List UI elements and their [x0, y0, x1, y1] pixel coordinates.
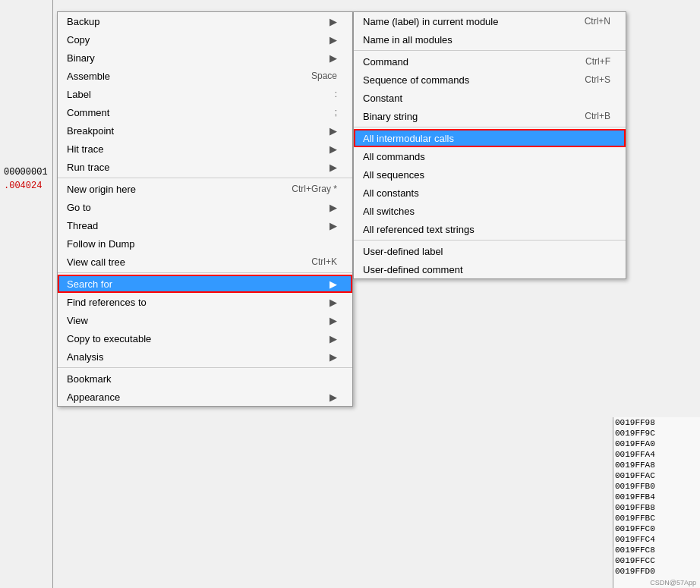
menu-item-label-breakpoint: Breakpoint: [67, 125, 322, 137]
submenu-item-label-all-commands: All commands: [363, 151, 610, 162]
menu-item-run-trace[interactable]: Run trace▶: [58, 158, 352, 176]
submenu-item-shortcut-sequence-of-commands: Ctrl+S: [585, 74, 610, 85]
memory-address-line: 0019FFD0: [613, 566, 700, 577]
submenu-item-command[interactable]: CommandCtrl+F: [354, 52, 626, 71]
submenu-item-label-binary-string: Binary string: [363, 111, 569, 122]
submenu-arrow-icon: ▶: [330, 351, 337, 363]
menu-item-hit-trace[interactable]: Hit trace▶: [58, 140, 352, 158]
menu-item-copy[interactable]: Copy▶: [58, 30, 352, 49]
submenu-item-binary-string[interactable]: Binary stringCtrl+B: [354, 107, 626, 125]
menu-separator: [58, 367, 352, 368]
submenu-arrow-icon: ▶: [330, 162, 337, 173]
menu-item-binary[interactable]: Binary▶: [58, 49, 352, 67]
submenu-arrow-icon: ▶: [330, 220, 337, 231]
submenu-item-label-name-label-current: Name (label) in current module: [363, 16, 569, 27]
memory-address-line: 0019FF9C: [613, 428, 700, 439]
submenu-item-shortcut-binary-string: Ctrl+B: [585, 111, 610, 121]
menu-item-label-analysis: Analysis: [67, 351, 322, 363]
submenu-arrow-icon: ▶: [330, 202, 337, 213]
submenu-item-label-constant: Constant: [363, 93, 610, 104]
memory-panel: 0019FF980019FF9C0019FFA00019FFA40019FFA8…: [613, 417, 700, 588]
menu-item-label-find-references-to: Find references to: [67, 297, 322, 308]
submenu-separator: [354, 127, 626, 127]
menu-item-bookmark[interactable]: Bookmark: [58, 369, 352, 388]
submenu-item-label-command: Command: [363, 56, 570, 68]
submenu-item-all-referenced-text-strings[interactable]: All referenced text strings: [354, 220, 626, 238]
menu-item-label-hit-trace: Hit trace: [67, 143, 322, 155]
submenu-arrow-icon: ▶: [330, 315, 337, 326]
menu-item-shortcut-comment: ;: [335, 107, 337, 118]
menu-item-go-to[interactable]: Go to▶: [58, 198, 352, 216]
menu-item-new-origin-here[interactable]: New origin hereCtrl+Gray *: [58, 180, 352, 198]
submenu-item-label-user-defined-comment: User-defined comment: [363, 264, 610, 275]
submenu-item-all-constants[interactable]: All constants: [354, 184, 626, 202]
menu-item-label[interactable]: Label:: [58, 85, 352, 103]
submenu-arrow-icon: ▶: [330, 143, 337, 155]
submenu-arrow-icon: ▶: [330, 278, 337, 290]
submenu-arrow-icon: ▶: [330, 52, 337, 64]
submenu-arrow-icon: ▶: [330, 34, 337, 46]
menu-item-label-label: Label: [67, 89, 320, 100]
memory-address-line: 0019FFB8: [613, 502, 700, 513]
menu-item-breakpoint[interactable]: Breakpoint▶: [58, 121, 352, 140]
submenu-item-user-defined-label[interactable]: User-defined label: [354, 242, 626, 260]
submenu-item-label-all-referenced-text-strings: All referenced text strings: [363, 224, 610, 235]
menu-item-comment[interactable]: Comment;: [58, 103, 352, 121]
submenu-arrow-icon: ▶: [330, 16, 337, 27]
menu-item-label-binary: Binary: [67, 52, 322, 64]
menu-item-label-view: View: [67, 315, 322, 326]
menu-item-analysis[interactable]: Analysis▶: [58, 347, 352, 366]
submenu-item-all-intermodular-calls[interactable]: All intermodular calls: [354, 129, 626, 147]
submenu-separator: [354, 240, 626, 241]
menu-item-label-thread: Thread: [67, 220, 322, 231]
memory-address-line: 0019FFA4: [613, 449, 700, 460]
submenu-item-all-commands[interactable]: All commands: [354, 147, 626, 165]
menu-item-label-comment: Comment: [67, 107, 320, 118]
watermark: CSDN@57App: [650, 579, 696, 586]
memory-address-line: 0019FFC4: [613, 534, 700, 545]
menu-item-search-for[interactable]: Search for▶: [58, 275, 352, 293]
submenu-item-sequence-of-commands[interactable]: Sequence of commandsCtrl+S: [354, 71, 626, 89]
menu-item-label-assemble: Assemble: [67, 71, 296, 82]
submenu: Name (label) in current moduleCtrl+NName…: [353, 11, 626, 279]
memory-address-line: 0019FFBC: [613, 513, 700, 524]
menu-item-label-go-to: Go to: [67, 202, 322, 213]
context-menu: Backup▶Copy▶Binary▶AssembleSpaceLabel:Co…: [57, 11, 353, 407]
submenu-item-all-switches[interactable]: All switches: [354, 202, 626, 220]
menu-item-shortcut-new-origin-here: Ctrl+Gray *: [292, 184, 337, 194]
menu-item-label-run-trace: Run trace: [67, 162, 322, 173]
submenu-item-label-all-constants: All constants: [363, 187, 610, 199]
menu-item-label-bookmark: Bookmark: [67, 373, 337, 385]
menu-item-copy-to-executable[interactable]: Copy to executable▶: [58, 329, 352, 347]
menu-item-view[interactable]: View▶: [58, 311, 352, 329]
menu-item-label-follow-in-dump: Follow in Dump: [67, 238, 337, 250]
menu-item-backup[interactable]: Backup▶: [58, 12, 352, 30]
submenu-item-label-all-intermodular-calls: All intermodular calls: [363, 133, 610, 144]
submenu-item-user-defined-comment[interactable]: User-defined comment: [354, 260, 626, 278]
address-display: 00000001 .004024: [4, 165, 48, 193]
menu-separator: [58, 178, 352, 178]
menu-item-label-new-origin-here: New origin here: [67, 184, 276, 195]
menu-item-follow-in-dump[interactable]: Follow in Dump: [58, 234, 352, 253]
menu-item-label-backup: Backup: [67, 16, 322, 27]
code-area: [0, 0, 53, 588]
submenu-item-label-all-switches: All switches: [363, 206, 610, 217]
memory-address-line: 0019FFB4: [613, 492, 700, 502]
menu-item-appearance[interactable]: Appearance▶: [58, 388, 352, 406]
submenu-item-constant[interactable]: Constant: [354, 89, 626, 107]
menu-item-thread[interactable]: Thread▶: [58, 216, 352, 234]
memory-address-line: 0019FFAC: [613, 470, 700, 481]
menu-item-find-references-to[interactable]: Find references to▶: [58, 293, 352, 311]
submenu-item-all-sequences[interactable]: All sequences: [354, 165, 626, 184]
menu-separator: [58, 272, 352, 273]
menu-item-assemble[interactable]: AssembleSpace: [58, 67, 352, 85]
submenu-arrow-icon: ▶: [330, 333, 337, 344]
menu-item-shortcut-assemble: Space: [311, 71, 337, 81]
submenu-arrow-icon: ▶: [330, 297, 337, 308]
submenu-item-name-label-current[interactable]: Name (label) in current moduleCtrl+N: [354, 12, 626, 30]
submenu-item-name-all-modules[interactable]: Name in all modules: [354, 30, 626, 49]
memory-address-line: 0019FFA0: [613, 439, 700, 449]
menu-item-view-call-tree[interactable]: View call treeCtrl+K: [58, 253, 352, 271]
memory-address-line: 0019FFA8: [613, 460, 700, 470]
submenu-item-label-all-sequences: All sequences: [363, 169, 610, 181]
